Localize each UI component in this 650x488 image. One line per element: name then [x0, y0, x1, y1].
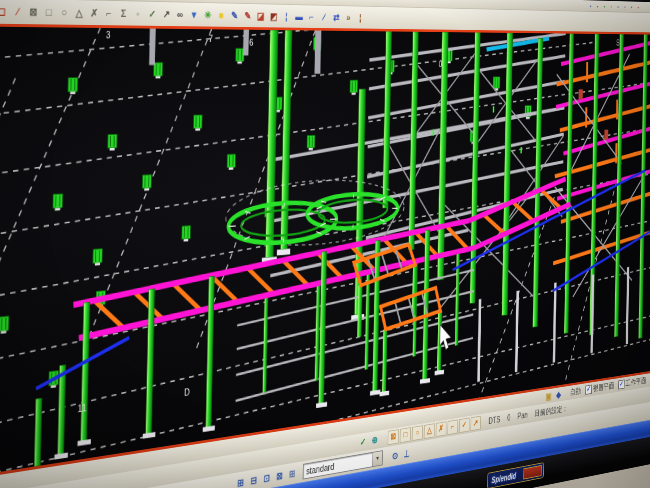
snap-left-icons: ✓⊕ [357, 433, 381, 450]
world-plane-icon[interactable]: ⊕ [370, 433, 380, 447]
create-drawing-icon[interactable]: ✎ [229, 8, 240, 22]
grid-label-3: 3 [106, 30, 111, 40]
filter-funnel-icon[interactable]: ▼ [188, 8, 200, 22]
snap-corner-button[interactable]: ⌐ [447, 419, 458, 435]
snap-intersection-icon[interactable]: ⊠ [27, 4, 40, 19]
curved-beam-icon[interactable]: ∕ [319, 10, 330, 23]
component-icon[interactable]: ◻ [0, 4, 9, 19]
grid-label-7: 7 [209, 34, 214, 44]
photo-of-monitor: { "toolbar_upper": { "icons": [ {"name":… [0, 0, 650, 488]
red-plate-icon[interactable]: ◪ [255, 9, 266, 22]
ok-check-icon[interactable]: ✓ [358, 435, 368, 449]
selection-icons-right: ⊙⊥ [389, 446, 412, 463]
spirit-level-icon[interactable]: ¦ [355, 11, 365, 24]
settings-icon[interactable]: ▣ [544, 390, 553, 403]
mini-view-icon[interactable]: ▪ [588, 2, 593, 9]
mini-points-icon[interactable]: ▪ [609, 3, 614, 10]
polybeam-icon[interactable]: ⌐ [306, 10, 317, 23]
select-parts-icon[interactable]: ⊟ [248, 473, 259, 488]
select-all-icon[interactable]: ⊞ [235, 475, 246, 488]
snap-perpendicular-icon[interactable]: ⌐ [103, 6, 116, 20]
binoculars-icon[interactable]: ∞ [174, 7, 186, 21]
ortho-toggle-icon[interactable]: ⊥ [402, 447, 412, 461]
twin-profile-icon[interactable]: ⇄ [331, 11, 341, 24]
select-points-icon[interactable]: ⊡ [261, 470, 272, 485]
bolt-icon[interactable]: ▬ [294, 10, 305, 23]
checkbox-check-icon: ✓ [585, 385, 592, 395]
edit-drawing-icon[interactable]: ✎ [242, 9, 253, 23]
mini-plane-icon[interactable]: ▪ [602, 3, 607, 10]
snap-arrow-button[interactable]: ↗ [471, 416, 481, 431]
grid-label-d: D [184, 387, 190, 398]
confirm-icon[interactable]: ✓ [146, 7, 158, 21]
pointer-arrow-icon[interactable]: ↗ [160, 7, 172, 21]
mini-undo-icon[interactable]: ▪ [636, 4, 641, 11]
snap-circle-button[interactable]: ○ [412, 425, 423, 441]
mini-grid-icon[interactable]: ▪ [595, 2, 600, 9]
monitor-screen: ▪▪▪▪▪▪▪▪ ▥▱◰◻∕⊠□○△✗⌐Σ◦✓↗∞▼✳■✎✎◪◩¦▬⌐∕⇄»¦ [0, 0, 650, 488]
snap-any-icon[interactable]: ◦ [132, 6, 144, 20]
yellow-note-icon[interactable]: ■ [215, 8, 226, 22]
mini-line-icon[interactable]: ▪ [616, 3, 621, 10]
component-catalog-icon[interactable]: ✳ [202, 8, 214, 22]
snap-check-button[interactable]: ✓ [459, 418, 470, 433]
splendid-sticker: Splendid [487, 462, 544, 488]
snap-points-button[interactable]: ⊠ [388, 429, 399, 445]
checkbox-check-icon: ✓ [618, 379, 624, 389]
sticker-red-badge [523, 465, 541, 480]
palette-icon[interactable]: ◆ [554, 388, 563, 401]
snap-center-icon[interactable]: ○ [58, 5, 71, 20]
mini-circle-icon[interactable]: ▪ [623, 3, 628, 10]
auto-label: 自動 [570, 386, 581, 399]
dts-indicator: DTS [488, 415, 500, 426]
grid-label-6: 6 [249, 38, 254, 48]
delete-icon[interactable]: ∕ [11, 4, 24, 19]
dropdown-arrow-icon[interactable]: ▾ [372, 451, 382, 466]
coordinate-value: 0 [507, 413, 510, 422]
snap-midpoint-icon[interactable]: △ [73, 5, 86, 19]
sum-icon[interactable]: Σ [117, 6, 129, 20]
snap-endpoint-icon[interactable]: □ [42, 5, 55, 20]
mini-save-icon[interactable]: ▪ [629, 3, 634, 10]
grid-label-0: 0 [439, 60, 443, 69]
grid-label-11: 11 [77, 403, 87, 415]
select-area-icon[interactable]: ⊞ [287, 466, 298, 481]
snap-triangle-button[interactable]: △ [424, 423, 435, 439]
snap-toggle-icon[interactable]: ⊙ [390, 448, 400, 462]
snap-box-button[interactable]: □ [400, 427, 411, 443]
weld-icon[interactable]: ¦ [281, 10, 292, 23]
orthogonal-beam-icon[interactable]: » [343, 11, 353, 24]
grid-label-s: S [616, 39, 620, 47]
snap-x-button[interactable]: ✗ [436, 421, 447, 437]
snap-cross-icon[interactable]: ✗ [88, 6, 101, 20]
select-components-icon[interactable]: ⊠ [274, 468, 285, 483]
pan-mode-indicator: Pan [517, 410, 527, 420]
red-panel-icon[interactable]: ◩ [268, 9, 279, 22]
